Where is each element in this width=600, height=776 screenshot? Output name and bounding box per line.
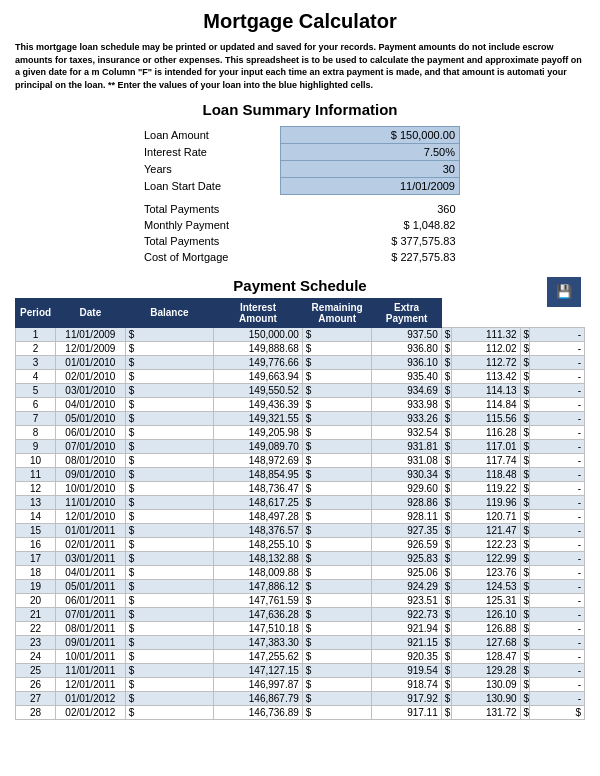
cell-balance-dollar: $ [125,369,213,383]
cell-extra[interactable]: - [530,607,585,621]
cell-balance-dollar: $ [125,579,213,593]
years-value[interactable]: 30 [280,161,460,178]
cell-interest: 921.94 [372,621,441,635]
cell-extra[interactable]: - [530,663,585,677]
loan-start-date-label: Loan Start Date [140,178,280,195]
cell-extra[interactable]: - [530,467,585,481]
cell-extra[interactable]: - [530,677,585,691]
cell-balance-dollar: $ [125,509,213,523]
cell-date: 07/01/2010 [56,439,126,453]
cell-extra[interactable]: - [530,495,585,509]
col-header-interest: Interest Amount [214,298,303,327]
table-row: 1311/01/2010$148,617.25$928.86$119.96$- [16,495,585,509]
cell-remaining-dollar: $ [441,355,451,369]
cell-remaining: 123.76 [451,565,520,579]
cell-extra[interactable]: - [530,523,585,537]
cell-extra[interactable]: - [530,593,585,607]
cell-extra-dollar: $ [520,495,530,509]
cell-remaining: 119.96 [451,495,520,509]
cell-balance: 148,009.88 [214,565,303,579]
cell-date: 06/01/2011 [56,593,126,607]
years-row: Years 30 [140,161,460,178]
total-payments-row: Total Payments 360 [140,201,460,217]
page-title: Mortgage Calculator [15,10,585,33]
cell-interest-dollar: $ [302,383,372,397]
cell-balance-dollar: $ [125,355,213,369]
loan-amount-value[interactable]: $ 150,000.00 [280,127,460,144]
cell-period: 9 [16,439,56,453]
cell-period: 17 [16,551,56,565]
cell-interest: 927.35 [372,523,441,537]
cell-balance: 147,127.15 [214,663,303,677]
cell-period: 25 [16,663,56,677]
cell-extra[interactable]: - [530,509,585,523]
cell-extra[interactable]: - [530,691,585,705]
cell-interest: 931.08 [372,453,441,467]
cell-extra-dollar: $ [520,705,530,719]
save-icon[interactable]: 💾 [547,277,581,307]
cell-extra-dollar: $ [520,439,530,453]
cell-date: 02/01/2010 [56,369,126,383]
cell-extra[interactable]: - [530,341,585,355]
cell-extra[interactable]: - [530,621,585,635]
cell-extra[interactable]: - [530,453,585,467]
cell-period: 21 [16,607,56,621]
interest-rate-value[interactable]: 7.50% [280,144,460,161]
cell-extra[interactable]: - [530,355,585,369]
cell-interest-dollar: $ [302,635,372,649]
cell-extra[interactable]: - [530,635,585,649]
total-payments-amount-value: $ 377,575.83 [280,233,460,249]
cell-remaining-dollar: $ [441,495,451,509]
cell-extra-dollar: $ [520,509,530,523]
cell-extra[interactable]: - [530,411,585,425]
cell-date: 11/01/2010 [56,495,126,509]
cell-extra[interactable]: $ [530,705,585,719]
cell-extra-dollar: $ [520,649,530,663]
cell-balance: 147,510.18 [214,621,303,635]
cell-date: 04/01/2010 [56,397,126,411]
cell-extra[interactable]: - [530,551,585,565]
cell-interest-dollar: $ [302,341,372,355]
cell-interest: 922.73 [372,607,441,621]
cell-period: 26 [16,677,56,691]
cell-remaining: 120.71 [451,509,520,523]
cell-interest: 925.83 [372,551,441,565]
cell-balance-dollar: $ [125,537,213,551]
cell-interest: 928.11 [372,509,441,523]
cell-extra[interactable]: - [530,537,585,551]
cell-period: 19 [16,579,56,593]
cell-balance-dollar: $ [125,327,213,341]
table-row: 2802/01/2012$146,736.89$917.11$131.72$$ [16,705,585,719]
cell-remaining-dollar: $ [441,579,451,593]
cell-interest-dollar: $ [302,705,372,719]
cell-interest: 919.54 [372,663,441,677]
cell-remaining-dollar: $ [441,677,451,691]
cell-balance-dollar: $ [125,453,213,467]
cell-extra[interactable]: - [530,383,585,397]
cell-extra[interactable]: - [530,579,585,593]
table-row: 1210/01/2010$148,736.47$929.60$119.22$- [16,481,585,495]
cell-interest-dollar: $ [302,649,372,663]
cell-extra[interactable]: - [530,439,585,453]
cell-period: 22 [16,621,56,635]
cell-extra[interactable]: - [530,369,585,383]
cell-extra[interactable]: - [530,565,585,579]
cell-extra[interactable]: - [530,649,585,663]
cell-remaining-dollar: $ [441,383,451,397]
cell-extra[interactable]: - [530,397,585,411]
cell-balance-dollar: $ [125,677,213,691]
cell-balance: 149,321.55 [214,411,303,425]
cell-extra[interactable]: - [530,425,585,439]
cell-remaining-dollar: $ [441,635,451,649]
loan-start-date-value[interactable]: 11/01/2009 [280,178,460,195]
cell-date: 11/01/2009 [56,327,126,341]
cell-balance-dollar: $ [125,523,213,537]
cell-extra[interactable]: - [530,481,585,495]
cell-date: 03/01/2010 [56,383,126,397]
cell-extra[interactable]: - [530,327,585,341]
cell-remaining-dollar: $ [441,593,451,607]
cell-period: 8 [16,425,56,439]
cell-remaining-dollar: $ [441,509,451,523]
cell-interest: 934.69 [372,383,441,397]
cell-period: 15 [16,523,56,537]
